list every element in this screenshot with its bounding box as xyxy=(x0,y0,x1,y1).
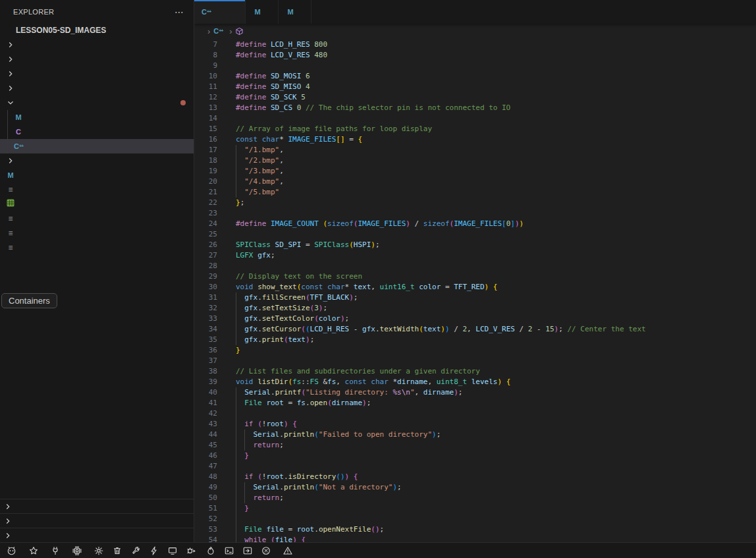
code-line[interactable]: 45 return; xyxy=(194,440,756,451)
code-line[interactable]: 10#define SD_MOSI 6 xyxy=(194,71,756,82)
sidebar-folder-managed-components[interactable] xyxy=(0,153,194,168)
statusbar-terminal-button[interactable] xyxy=(220,543,238,558)
statusbar-open-idf-terminal-button[interactable] xyxy=(238,543,257,558)
sidebar-folder-build[interactable] xyxy=(0,67,194,81)
code-line[interactable]: 32 gfx.setTextSize(3); xyxy=(194,303,756,314)
code-line[interactable]: 41 File root = fs.open(dirname); xyxy=(194,398,756,408)
code-line[interactable]: 24#define IMAGE_COUNT (sizeof(IMAGE_FILE… xyxy=(194,219,756,229)
sidebar-file-cmakelists-txt[interactable]: M xyxy=(0,168,194,182)
tab-cmakelists-txt[interactable]: M xyxy=(246,0,279,24)
code-line[interactable]: 42 xyxy=(194,408,756,419)
code-line[interactable]: 21 "/5.bmp" xyxy=(194,187,756,198)
sidebar-file-lovyangfx-driver-h[interactable]: C xyxy=(0,125,194,139)
code-line[interactable]: 37 xyxy=(194,356,756,366)
indent-guide xyxy=(244,493,245,503)
sidebar-file-sdkconfig-defaults[interactable]: ≡ xyxy=(0,226,194,240)
code-line[interactable]: 26SPIClass SD_SPI = SPIClass(HSPI); xyxy=(194,240,756,250)
sidebar-file-partitions-csv[interactable] xyxy=(0,197,194,211)
code-line[interactable]: 34 gfx.setCursor((LCD_H_RES - gfx.textWi… xyxy=(194,324,756,335)
section-project-components[interactable] xyxy=(0,528,194,542)
code-line[interactable]: 31 gfx.fillScreen(TFT_BLACK); xyxy=(194,293,756,303)
code-line[interactable]: 47 xyxy=(194,461,756,472)
statusbar-monitor-button[interactable] xyxy=(163,543,182,558)
statusbar-full-clean-button[interactable] xyxy=(108,543,126,558)
section-timeline[interactable] xyxy=(0,513,194,528)
code-line[interactable]: 19 "/3.bmp", xyxy=(194,166,756,177)
code-editor[interactable]: 7#define LCD_H_RES 8008#define LCD_V_RES… xyxy=(194,38,756,542)
code-line[interactable]: 25 xyxy=(194,229,756,240)
code-line[interactable]: 29// Display text on the screen xyxy=(194,271,756,282)
code-line[interactable]: 15// Array of image file paths for loop … xyxy=(194,124,756,134)
code-line[interactable]: 33 gfx.setTextColor(color); xyxy=(194,314,756,324)
statusbar-warnings-count[interactable] xyxy=(279,543,300,558)
code-line[interactable]: 9 xyxy=(194,61,756,71)
code-line[interactable]: 11#define SD_MISO 4 xyxy=(194,82,756,92)
statusbar-debug-button[interactable] xyxy=(182,543,202,558)
code-line[interactable]: 51 } xyxy=(194,503,756,514)
code-line[interactable]: 30void show_text(const char* text, uint1… xyxy=(194,282,756,293)
statusbar-espidf-version[interactable] xyxy=(2,543,24,558)
line-number: 11 xyxy=(194,82,217,92)
statusbar-qemu[interactable] xyxy=(310,543,319,558)
chevron-down-icon xyxy=(3,25,13,36)
indent-guide xyxy=(236,493,236,503)
code-line[interactable]: 17 "/1.bmp", xyxy=(194,145,756,155)
code-line[interactable]: 8#define LCD_V_RES 480 xyxy=(194,50,756,61)
statusbar-flash-method[interactable] xyxy=(24,543,46,558)
code-line[interactable]: 43 if (!root) { xyxy=(194,419,756,430)
code-line[interactable]: 7#define LCD_H_RES 800 xyxy=(194,40,756,50)
sidebar-file-sdkconfig-old[interactable]: ≡ xyxy=(0,240,194,255)
code-line[interactable]: 49 Serial.println("Not a directory"); xyxy=(194,482,756,493)
code-line[interactable]: 28 xyxy=(194,261,756,271)
tab-sd-advance-esp32-70-50-43-cpp[interactable]: C++ xyxy=(194,0,246,24)
sidebar-file-sdkconfig[interactable]: ≡ xyxy=(0,211,194,226)
statusbar-device-target[interactable] xyxy=(68,543,90,558)
breadcrumb-item[interactable]: C++ xyxy=(213,26,227,36)
section-outline[interactable] xyxy=(0,499,194,513)
sidebar-folder--vscode[interactable] xyxy=(0,52,194,67)
code-line[interactable]: 18 "/2.bmp", xyxy=(194,155,756,166)
code-line[interactable]: 53 File file = root.openNextFile(); xyxy=(194,524,756,535)
code-line[interactable]: 27LGFX gfx; xyxy=(194,250,756,261)
code-line[interactable]: 40 Serial.printf("Listing directory: %s\… xyxy=(194,387,756,398)
code-line[interactable]: 48 if (!root.isDirectory()) { xyxy=(194,472,756,482)
code-line[interactable]: 13#define SD_CS 0 // The chip selector p… xyxy=(194,103,756,113)
indent-guide xyxy=(236,419,236,430)
sidebar-file-cmakelists-txt[interactable]: M xyxy=(0,110,194,125)
code-line[interactable]: 44 Serial.println("Failed to open direct… xyxy=(194,430,756,440)
chevron-down-icon xyxy=(5,98,16,108)
line-number: 53 xyxy=(194,524,217,535)
statusbar-build-flash-monitor-button[interactable] xyxy=(202,543,220,558)
code-line[interactable]: 36} xyxy=(194,345,756,356)
code-line[interactable]: 23 xyxy=(194,208,756,219)
statusbar-build-button[interactable] xyxy=(126,543,145,558)
code-line[interactable]: 50 return; xyxy=(194,493,756,503)
code-line[interactable]: 12#define SD_SCK 5 xyxy=(194,92,756,103)
code-line[interactable]: 14 xyxy=(194,113,756,124)
code-line[interactable]: 16const char* IMAGE_FILES[] = { xyxy=(194,134,756,145)
statusbar-errors-count[interactable] xyxy=(257,543,279,558)
sidebar-folder--cache[interactable] xyxy=(0,38,194,52)
tab-cmakelists-txt[interactable]: M xyxy=(279,0,311,24)
breadcrumb-item[interactable] xyxy=(235,27,246,36)
code-line[interactable]: 20 "/4.bmp", xyxy=(194,177,756,187)
code-line[interactable]: 46 } xyxy=(194,451,756,461)
statusbar-openocd-server[interactable] xyxy=(300,543,310,558)
code-line[interactable]: 38// List files and subdirectories under… xyxy=(194,366,756,377)
code-line[interactable]: 22}; xyxy=(194,198,756,208)
sidebar-file-sd-advance-esp32-70-50-43-cpp[interactable]: C++ xyxy=(0,139,194,153)
statusbar-flash-button[interactable] xyxy=(145,543,163,558)
indent-guide xyxy=(236,324,236,335)
sidebar-folder-components[interactable] xyxy=(0,81,194,96)
code-line[interactable]: 35 gfx.print(text); xyxy=(194,335,756,345)
statusbar-menuconfig-button[interactable] xyxy=(90,543,108,558)
code-line[interactable]: 39void listDir(fs::FS &fs, const char *d… xyxy=(194,377,756,387)
folder-root[interactable]: LESSON05-SD_IMAGES xyxy=(0,23,194,38)
close-icon[interactable] xyxy=(227,6,238,18)
code-line[interactable]: 52 xyxy=(194,514,756,524)
more-actions-icon[interactable]: ⋯ xyxy=(175,7,184,17)
code-line[interactable]: 54 while (file) { xyxy=(194,535,756,542)
statusbar-serial-port[interactable] xyxy=(46,543,68,558)
sidebar-file-dependencies-lock[interactable]: ≡ xyxy=(0,182,194,197)
sidebar-folder-main[interactable] xyxy=(0,96,194,110)
